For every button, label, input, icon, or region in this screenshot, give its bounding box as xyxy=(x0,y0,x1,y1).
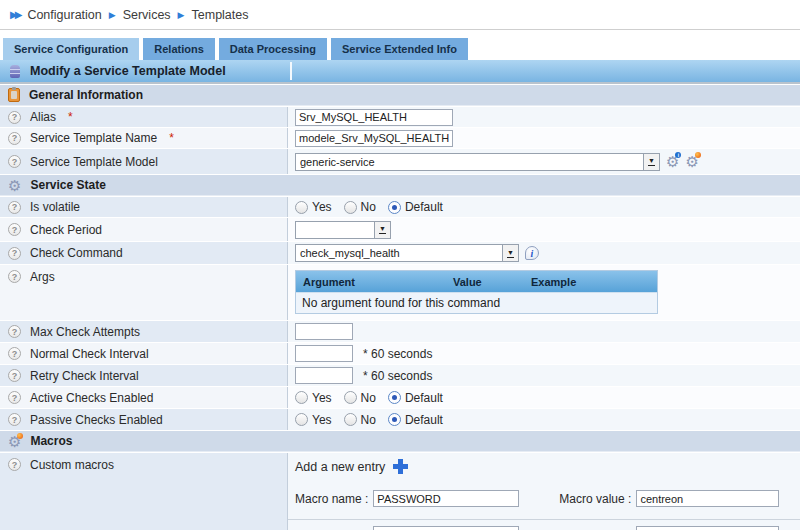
section-macros: ⚙ Macros xyxy=(0,430,800,452)
radio-yes[interactable]: Yes xyxy=(295,413,332,427)
breadcrumb-separator-icon: ▶ xyxy=(109,10,116,20)
help-icon[interactable]: ? xyxy=(8,369,21,382)
breadcrumb: ▶▶ Configuration ▶ Services ▶ Templates xyxy=(0,0,800,30)
args-col-example: Example xyxy=(524,276,657,288)
args-col-argument: Argument xyxy=(296,276,446,288)
tab-relations[interactable]: Relations xyxy=(143,38,215,60)
help-icon[interactable]: ? xyxy=(8,201,21,214)
help-icon[interactable]: ? xyxy=(8,155,21,168)
select-value: generic-service xyxy=(296,154,643,170)
radio-yes[interactable]: Yes xyxy=(295,200,332,214)
row-normal-check-interval: ? Normal Check Interval * 60 seconds xyxy=(0,342,800,364)
args-table-empty-row: No argument found for this command xyxy=(296,292,657,313)
database-icon xyxy=(10,65,20,78)
section-general-information: General Information xyxy=(0,84,800,106)
command-info-icon[interactable]: i xyxy=(525,246,539,260)
macro-name-input[interactable] xyxy=(373,490,519,507)
row-service-template-model: ? Service Template Model generic-service… xyxy=(0,148,800,174)
tab-service-extended-info[interactable]: Service Extended Info xyxy=(331,38,468,60)
service-template-name-input[interactable] xyxy=(295,130,453,147)
select-dropdown-button[interactable]: ▼ xyxy=(374,222,390,238)
radio-default[interactable]: Default xyxy=(388,391,443,405)
titlebar-divider xyxy=(290,62,292,80)
add-entry-label: Add a new entry xyxy=(295,460,385,474)
row-max-check-attempts: ? Max Check Attempts xyxy=(0,320,800,342)
tab-data-processing[interactable]: Data Processing xyxy=(219,38,327,60)
select-value: check_mysql_health xyxy=(296,245,502,261)
section-title: Macros xyxy=(30,434,72,448)
radio-default[interactable]: Default xyxy=(388,413,443,427)
field-label: Custom macros xyxy=(30,458,114,472)
help-icon[interactable]: ? xyxy=(8,223,21,236)
radio-no[interactable]: No xyxy=(344,413,376,427)
field-label: Active Checks Enabled xyxy=(30,391,153,405)
section-service-state: ⚙ Service State xyxy=(0,174,800,196)
edit-template-icon[interactable]: ⚙ xyxy=(685,153,698,171)
macro-name-input[interactable] xyxy=(373,526,519,530)
select-dropdown-button[interactable]: ▼ xyxy=(502,245,518,261)
radio-no[interactable]: No xyxy=(344,200,376,214)
macro-entry-password: Macro name : Macro value : xyxy=(288,484,800,513)
select-dropdown-button[interactable]: ▼ xyxy=(643,154,659,170)
help-icon[interactable]: ? xyxy=(8,458,21,471)
field-label: Retry Check Interval xyxy=(30,369,139,383)
max-check-attempts-input[interactable] xyxy=(295,323,353,340)
add-macro-plus-icon[interactable] xyxy=(393,459,408,474)
section-title: General Information xyxy=(29,88,143,102)
radio-default[interactable]: Default xyxy=(388,200,443,214)
help-icon[interactable]: ? xyxy=(8,325,21,338)
field-label: Service Template Name xyxy=(30,131,157,145)
tab-bar: Service Configuration Relations Data Pro… xyxy=(0,30,800,60)
normal-check-interval-input[interactable] xyxy=(295,345,353,362)
field-label: Service Template Model xyxy=(30,155,158,169)
radio-yes[interactable]: Yes xyxy=(295,391,332,405)
macro-value-input[interactable] xyxy=(636,490,779,507)
tab-service-configuration[interactable]: Service Configuration xyxy=(3,38,139,60)
help-icon[interactable]: ? xyxy=(8,391,21,404)
check-period-select[interactable]: ▼ xyxy=(295,221,391,239)
page-title: Modify a Service Template Model xyxy=(30,64,226,78)
row-passive-checks-enabled: ? Passive Checks Enabled Yes No Default xyxy=(0,408,800,430)
breadcrumb-lead-icon: ▶▶ xyxy=(10,9,19,20)
gear-icon: ⚙ xyxy=(8,178,21,193)
args-table-header: Argument Value Example xyxy=(296,271,657,292)
help-icon[interactable]: ? xyxy=(8,413,21,426)
args-empty-text: No argument found for this command xyxy=(296,296,500,310)
row-args: ? Args Argument Value Example No argumen… xyxy=(0,264,800,320)
centreon-page: ▶▶ Configuration ▶ Services ▶ Templates … xyxy=(0,0,800,530)
macro-entry-username: Macro name : Macro value : xyxy=(288,519,800,530)
field-label: Passive Checks Enabled xyxy=(30,413,163,427)
row-is-volatile: ? Is volatile Yes No Default xyxy=(0,196,800,217)
field-label: Check Command xyxy=(30,246,123,260)
field-label: Check Period xyxy=(30,223,102,237)
check-command-select[interactable]: check_mysql_health ▼ xyxy=(295,244,519,262)
select-value xyxy=(296,222,374,238)
service-template-model-select[interactable]: generic-service ▼ xyxy=(295,153,660,171)
section-title: Service State xyxy=(30,178,105,192)
field-label: Args xyxy=(30,270,55,284)
radio-no[interactable]: No xyxy=(344,391,376,405)
form-title-bar: Modify a Service Template Model xyxy=(0,60,800,84)
breadcrumb-services[interactable]: Services xyxy=(123,8,171,22)
field-label: Max Check Attempts xyxy=(30,325,140,339)
help-icon[interactable]: ? xyxy=(8,132,21,145)
breadcrumb-templates[interactable]: Templates xyxy=(192,8,249,22)
field-label: Alias xyxy=(30,110,56,124)
help-icon[interactable]: ? xyxy=(8,111,21,124)
breadcrumb-configuration[interactable]: Configuration xyxy=(27,8,101,22)
passive-checks-radio-group: Yes No Default xyxy=(295,413,443,427)
add-macro-entry: Add a new entry xyxy=(288,453,800,478)
macro-value-input[interactable] xyxy=(636,526,779,530)
row-alias: ? Alias * xyxy=(0,106,800,127)
help-icon[interactable]: ? xyxy=(8,347,21,360)
help-icon[interactable]: ? xyxy=(8,247,21,260)
help-icon[interactable]: ? xyxy=(8,270,21,283)
row-retry-check-interval: ? Retry Check Interval * 60 seconds xyxy=(0,364,800,386)
alias-input[interactable] xyxy=(295,109,453,126)
clipboard-icon xyxy=(8,88,20,102)
is-volatile-radio-group: Yes No Default xyxy=(295,200,443,214)
view-template-icon[interactable]: ⚙i xyxy=(666,153,679,171)
active-checks-radio-group: Yes No Default xyxy=(295,391,443,405)
retry-check-interval-input[interactable] xyxy=(295,367,353,384)
args-table: Argument Value Example No argument found… xyxy=(295,270,658,314)
